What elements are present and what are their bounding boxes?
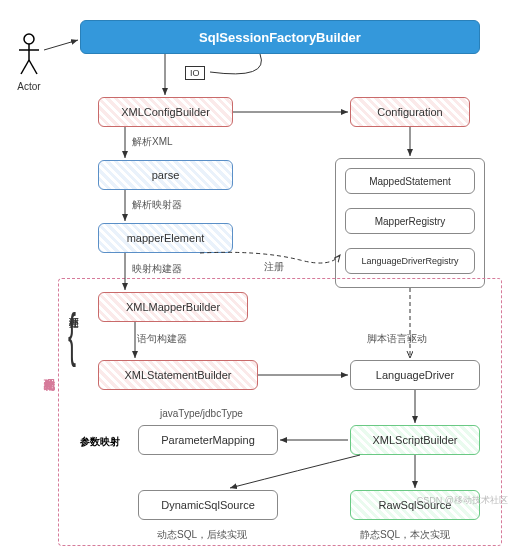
label-parammapping: 参数映射	[78, 435, 122, 449]
node-parse: parse	[98, 160, 233, 190]
label-register: 注册	[262, 260, 286, 274]
node-mapperregistry: MapperRegistry	[345, 208, 475, 234]
actor-label: Actor	[14, 81, 44, 92]
label-scriptdriver: 脚本语言驱动	[365, 332, 429, 346]
node-xmlscriptbuilder: XMLScriptBuilder	[350, 425, 480, 455]
svg-point-0	[24, 34, 34, 44]
node-parametermapping: ParameterMapping	[138, 425, 278, 455]
label-staticsql: 静态SQL，本次实现	[358, 528, 452, 542]
label-parsexml: 解析XML	[130, 135, 175, 149]
svg-line-4	[29, 60, 37, 74]
label-stmtbuilder: 语句构建器	[135, 332, 189, 346]
svg-line-3	[21, 60, 29, 74]
io-badge: IO	[185, 66, 205, 80]
watermark: CSDN @移动技术社区	[417, 494, 508, 507]
label-typeinfo: javaType/jdbcType	[158, 408, 245, 419]
brace-icon: {	[68, 300, 76, 369]
node-sqlsessionfactorybuilder: SqlSessionFactoryBuilder	[80, 20, 480, 54]
actor-figure: Actor	[14, 32, 44, 92]
node-languagedriverregistry: LanguageDriverRegistry	[345, 248, 475, 274]
node-dynamicsqlsource: DynamicSqlSource	[138, 490, 278, 520]
label-parsemapper: 解析映射器	[130, 198, 184, 212]
node-mappedstatement: MappedStatement	[345, 168, 475, 194]
node-xmlmapperbuilder: XMLMapperBuilder	[98, 292, 248, 322]
node-languagedriver: LanguageDriver	[350, 360, 480, 390]
label-dynamicsql: 动态SQL，后续实现	[155, 528, 249, 542]
node-configuration: Configuration	[350, 97, 470, 127]
node-xmlconfigbuilder: XMLConfigBuilder	[98, 97, 233, 127]
label-mapperbuilder: 映射构建器	[130, 262, 184, 276]
node-xmlstatementbuilder: XMLStatementBuilder	[98, 360, 258, 390]
node-mapperelement: mapperElement	[98, 223, 233, 253]
